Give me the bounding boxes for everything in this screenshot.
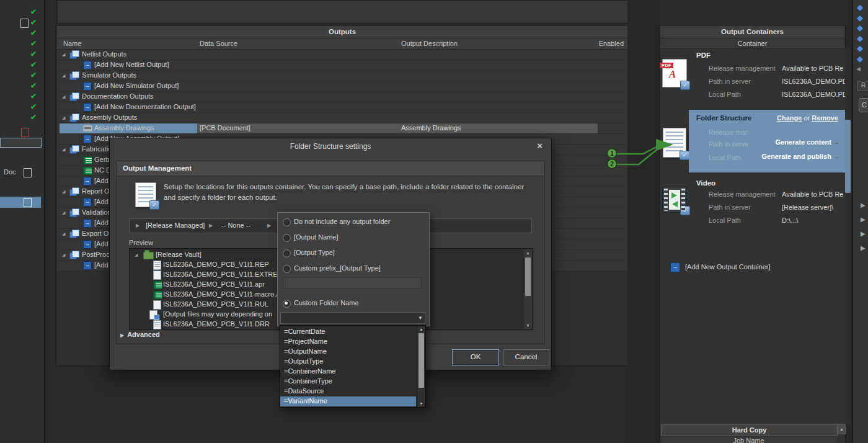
video-container-name[interactable]: Video (696, 179, 715, 187)
job-name-column-header[interactable]: Job Name (661, 437, 836, 443)
dropdown-item[interactable]: =VariantName (280, 396, 416, 406)
edge-button-r[interactable]: R (857, 81, 868, 91)
output-row-group[interactable]: ◢Documentation Outputs (57, 92, 627, 102)
twisty-expanded-icon[interactable]: ◢ (62, 229, 65, 238)
custom-folder-combobox[interactable]: ▼ (280, 312, 425, 324)
output-row-add[interactable]: →[Add New Documentation Output] (57, 102, 627, 113)
column-name[interactable]: Name (63, 38, 81, 49)
outputs-column-header[interactable]: Name Data Source Output Description Enab… (57, 38, 627, 50)
expand-right-icon[interactable]: ▶ (861, 216, 866, 223)
dropdown-item[interactable]: =OutputType (280, 357, 416, 367)
left-rail-selected-row[interactable] (0, 197, 41, 208)
preview-scrollbar-thumb[interactable] (525, 257, 531, 296)
close-icon[interactable]: × (537, 140, 542, 151)
file-icon (153, 271, 161, 280)
advanced-expander[interactable]: ▶Advanced (120, 331, 160, 338)
dropdown-item[interactable]: =OutputName (280, 347, 416, 357)
output-row-group[interactable]: ◢Assembly Outputs (57, 113, 627, 123)
twisty-expanded-icon[interactable]: ◢ (62, 208, 65, 217)
doc-label: Doc (4, 168, 16, 176)
scroll-up-icon[interactable]: ▲ (524, 251, 532, 255)
check-badge-icon: ✓ (680, 81, 690, 90)
twisty-expanded-icon[interactable]: ◢ (135, 250, 138, 259)
output-row-group[interactable]: ◢Netlist Outputs (57, 50, 627, 60)
generate-arrow-icon: → (833, 138, 840, 146)
dialog-description: Setup the locations for this outputs con… (164, 182, 536, 203)
breadcrumb-arrow-icon[interactable]: ▶ (209, 223, 213, 228)
expand-right-icon[interactable]: ▶ (861, 202, 866, 208)
twisty-expanded-icon[interactable]: ◢ (62, 187, 65, 196)
generate-and-publish-link[interactable]: Generate and publish → (761, 153, 840, 160)
breadcrumb-arrow-icon[interactable]: ▶ (267, 223, 271, 228)
chevron-down-icon[interactable]: ▼ (418, 315, 423, 321)
twisty-expanded-icon[interactable]: ◢ (62, 71, 65, 80)
twisty-expanded-icon[interactable]: ◢ (62, 50, 65, 59)
twisty-expanded-icon[interactable]: ◢ (62, 250, 65, 259)
file-icon (153, 320, 161, 329)
tree-file-label: ISL6236A_DEMO_PCB_V1I1.REP (163, 260, 269, 269)
ok-button[interactable]: OK (452, 349, 499, 365)
expand-right-icon[interactable]: ▶ (861, 230, 866, 237)
container-column-header[interactable]: Container (660, 38, 844, 49)
breadcrumb-release-managed[interactable]: [Release Managed] (146, 222, 205, 229)
custom-prefix-input[interactable] (283, 277, 422, 289)
collapse-left-icon[interactable]: ◀ (856, 66, 861, 72)
column-enabled[interactable]: Enabled (599, 38, 624, 49)
output-row-add[interactable]: →[Add New Netlist Output] (57, 60, 627, 71)
column-output-description[interactable]: Output Description (401, 38, 458, 49)
diamond-icon[interactable]: ◆ (857, 2, 863, 12)
add-output-icon: → (83, 82, 92, 91)
column-data-source[interactable]: Data Source (200, 38, 237, 49)
change-link[interactable]: Change (777, 114, 802, 122)
breadcrumb-arrow-icon[interactable]: ▶ (136, 223, 140, 228)
output-row-label: [Add New Documentation Output] (94, 102, 197, 112)
diamond-icon[interactable]: ◆ (857, 23, 863, 32)
scroll-down-icon[interactable]: ▼ (524, 323, 532, 328)
output-row-label: Simulator Outputs (82, 71, 198, 80)
dropdown-item[interactable]: =ContainerName (280, 367, 416, 377)
add-output-icon: → (83, 261, 92, 270)
generate-content-link[interactable]: Generate content → (775, 138, 840, 146)
dropdown-item[interactable]: =DataSource (280, 387, 416, 396)
left-rail-field[interactable] (0, 138, 42, 148)
cancel-button[interactable]: Cancel (503, 349, 549, 365)
expand-right-icon[interactable]: ▶ (861, 244, 866, 251)
hard-copy-section-header[interactable]: Hard Copy (661, 424, 838, 436)
video-icon[interactable]: ✓ (662, 187, 687, 213)
diamond-icon[interactable]: ◆ (857, 13, 863, 22)
output-row-add[interactable]: →[Add New Simulator Output] (57, 81, 627, 92)
add-new-output-container[interactable]: → [Add New Output Container] (660, 261, 844, 272)
pdf-container-name[interactable]: PDF (696, 51, 711, 59)
scroll-up-icon[interactable]: ▲ (417, 327, 425, 331)
folder-structure-name: Folder Structure (696, 114, 761, 122)
edge-button-c[interactable]: C (859, 98, 868, 112)
dropdown-item[interactable]: =CurrentDate (280, 327, 416, 337)
containers-scrollbar-thumb[interactable] (845, 120, 851, 193)
radio-icon (283, 300, 291, 308)
twisty-expanded-icon[interactable]: ◢ (62, 145, 65, 154)
output-row-output[interactable]: Assembly Drawings[PCB Document]Assembly … (57, 123, 627, 134)
dropdown-scrollbar[interactable]: ▲ ▼ (417, 326, 425, 407)
diamond-icon[interactable]: ◆ (857, 54, 863, 63)
diamond-icon[interactable]: ◆ (857, 43, 863, 53)
dropdown-item[interactable]: =ProjectName (280, 337, 416, 347)
scroll-up-button[interactable]: ▲ (838, 424, 846, 434)
output-row-group[interactable]: ◢Simulator Outputs (57, 71, 627, 81)
remove-link[interactable]: Remove (812, 114, 838, 122)
generate-arrow-icon: → (833, 153, 840, 160)
twisty-expanded-icon[interactable]: ◢ (62, 113, 65, 122)
add-output-icon: → (83, 61, 92, 69)
check-badge-icon: ✓ (680, 206, 690, 215)
dropdown-scrollbar-thumb[interactable] (418, 333, 424, 388)
scroll-down-icon[interactable]: ▼ (417, 401, 425, 406)
twisty-expanded-icon[interactable]: ◢ (62, 92, 65, 101)
preview-scrollbar[interactable]: ▲ ▼ (523, 249, 532, 329)
tree-file-label: ISL6236A_DEMO_PCB_V1I1.apr (163, 280, 265, 289)
folder-structure-container-selected[interactable]: Folder Structure ChangeorRemove Release … (689, 110, 845, 172)
pdf-icon[interactable]: PDF A ✓ (662, 59, 687, 87)
dropdown-item[interactable]: =ContainerType (280, 377, 416, 387)
breadcrumb-none[interactable]: -- None -- (221, 222, 250, 229)
diamond-icon[interactable]: ◆ (857, 34, 863, 43)
output-management-icon: ✓ (135, 182, 156, 207)
containers-scrollbar-track[interactable] (845, 48, 851, 424)
